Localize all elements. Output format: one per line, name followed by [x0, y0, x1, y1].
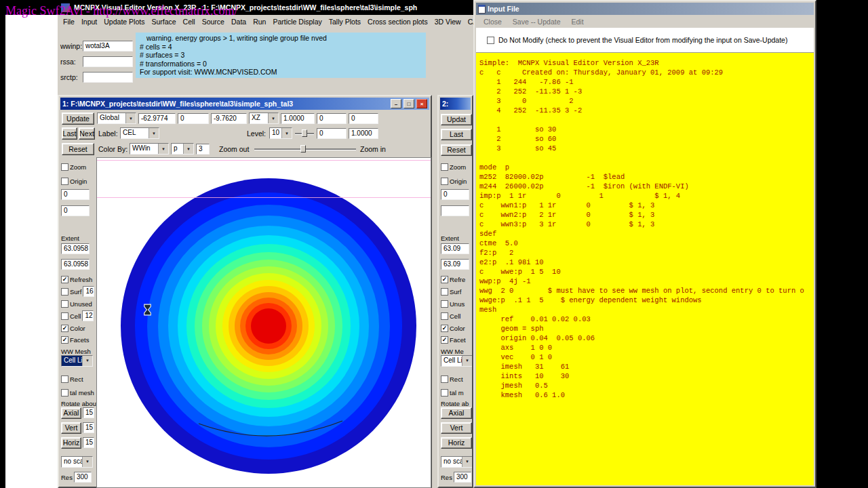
input-file-titlebar[interactable]: Input File — [476, 3, 814, 15]
pw1-surf-checkbox[interactable] — [61, 288, 68, 296]
plot-window-1-titlebar[interactable]: 1: F:\MCNPX_projects\testdir\WW_files\sp… — [60, 98, 429, 110]
plot-canvas[interactable] — [96, 157, 431, 488]
pw2-value-field[interactable]: 63.09 — [441, 243, 469, 254]
pw1-tal-mesh-checkbox[interactable] — [61, 389, 68, 396]
pw1-res-field[interactable]: 300 — [74, 472, 92, 483]
pw2-rect-checkbox[interactable] — [441, 375, 448, 383]
pw2-horiz-button[interactable]: Horiz — [441, 437, 472, 449]
pw1-cell-field[interactable]: 12 — [82, 310, 94, 321]
pw2-vert-button[interactable]: Vert — [441, 422, 472, 434]
pw2-cell-checkbox[interactable] — [441, 312, 448, 320]
pw2-reset-button[interactable]: Reset — [441, 144, 472, 156]
zoom-slider[interactable] — [254, 145, 356, 153]
do-not-modify-checkbox[interactable] — [487, 37, 494, 44]
slider-thumb[interactable] — [300, 145, 306, 152]
pw1-vert-button[interactable]: Vert — [61, 422, 81, 434]
pw1-vert-field[interactable]: 15 — [83, 422, 94, 433]
maximize-button[interactable]: □ — [403, 99, 414, 108]
pw1-unused-checkbox[interactable] — [61, 300, 68, 308]
extent-field-3[interactable]: 0 — [349, 113, 378, 124]
chevron-down-icon[interactable]: ▼ — [125, 113, 136, 123]
origin-x-field[interactable]: -62.9774 — [138, 113, 176, 124]
particle-dropdown[interactable]: p ▼ — [171, 143, 194, 155]
pw1-cell-checkbox[interactable] — [61, 312, 68, 320]
pw1-value-field[interactable]: 63.0958 — [61, 259, 90, 270]
pw1-horiz-button[interactable]: Horiz — [61, 437, 81, 449]
global-dropdown[interactable]: Global ▼ — [97, 113, 136, 124]
group-field[interactable]: 3 — [196, 144, 210, 155]
chevron-down-icon[interactable]: ▼ — [82, 457, 92, 467]
level-slider[interactable] — [295, 129, 314, 138]
chevron-down-icon[interactable]: ▼ — [158, 144, 168, 154]
chevron-down-icon[interactable]: ▼ — [281, 128, 292, 138]
pw1-axial-button[interactable]: Axial — [61, 407, 81, 419]
menu-item-particle-display[interactable]: Particle Display — [269, 16, 325, 27]
level-dropdown[interactable]: 10 ▼ — [269, 127, 292, 139]
minimize-button[interactable]: – — [391, 99, 401, 108]
chevron-down-icon[interactable]: ▼ — [82, 356, 92, 366]
close-icon[interactable]: × — [416, 99, 427, 108]
chevron-down-icon[interactable]: ▼ — [149, 128, 159, 138]
pw1-rect-checkbox[interactable] — [61, 375, 68, 383]
pw2-facet-checkbox[interactable]: ✓ — [441, 336, 448, 344]
pw2-updat-button[interactable]: Updat — [441, 114, 472, 125]
pw1-no-scale-dropdown[interactable]: no scale▼ — [61, 456, 93, 468]
origin-z-field[interactable]: -9.7620 — [211, 113, 247, 124]
update-button[interactable]: Update — [62, 113, 94, 125]
pw2-value-field[interactable]: 63.09 — [441, 259, 469, 270]
pw2-zoom-checkbox[interactable] — [441, 163, 448, 171]
pw1-cell-lin-dropdown[interactable]: Cell Lin▼ — [61, 355, 93, 367]
pw2-tal-m-checkbox[interactable] — [441, 389, 448, 396]
chevron-down-icon[interactable]: ▼ — [183, 144, 193, 154]
pw2-origin-checkbox[interactable] — [441, 178, 448, 185]
pw2-res-field[interactable]: 300 — [454, 472, 471, 483]
pw1-color-checkbox[interactable]: ✓ — [61, 325, 68, 332]
chevron-down-icon[interactable]: ▼ — [462, 457, 472, 467]
menu-item-cad-im[interactable]: CAD im — [465, 16, 473, 27]
next-button[interactable]: Next — [79, 127, 95, 140]
inputfile-menu-save-update[interactable]: Save -- Update — [507, 16, 566, 27]
pw1-value-field[interactable]: 0 — [61, 205, 90, 216]
input-file-text[interactable]: Simple: MCNPX Visual Editor Version X_23… — [476, 53, 814, 485]
colorby-dropdown[interactable]: WWin ▼ — [130, 143, 169, 155]
srctp-field[interactable] — [83, 72, 133, 83]
pw1-origin-checkbox[interactable] — [61, 178, 68, 185]
extent-field-1[interactable]: 1.0000 — [281, 113, 315, 124]
inputfile-menu-edit[interactable]: Edit — [566, 16, 589, 27]
pw1-value-field[interactable]: 63.0958 — [61, 243, 90, 254]
menu-item-tally-plots[interactable]: Tally Plots — [326, 16, 364, 27]
rssa-field[interactable] — [83, 56, 133, 67]
pw1-horiz-field[interactable]: 15 — [83, 437, 94, 448]
pw2-color-checkbox[interactable]: ✓ — [441, 325, 448, 332]
pw2-refre-checkbox[interactable]: ✓ — [441, 276, 448, 283]
inputfile-menu-close[interactable]: Close — [478, 16, 507, 27]
menu-item-run[interactable]: Run — [250, 16, 269, 27]
pw2-last-button[interactable]: Last — [441, 129, 472, 140]
reset-button[interactable]: Reset — [62, 143, 94, 155]
basis-dropdown[interactable]: XZ ▼ — [249, 113, 279, 124]
chevron-down-icon[interactable]: ▼ — [268, 113, 278, 123]
pw2-surf-checkbox[interactable] — [441, 288, 448, 296]
label-dropdown[interactable]: CEL ▼ — [120, 127, 159, 139]
level-min-field[interactable]: 0 — [317, 128, 347, 139]
pw1-surf-field[interactable]: 16 — [83, 286, 94, 297]
pw2-cell-lin-dropdown[interactable]: Cell Lin▼ — [441, 355, 473, 367]
pw1-facets-checkbox[interactable]: ✓ — [61, 336, 68, 344]
pw2-unus-checkbox[interactable] — [441, 300, 448, 308]
pw1-refresh-checkbox[interactable]: ✓ — [61, 276, 68, 283]
last-button[interactable]: Last — [62, 127, 77, 140]
slider-thumb[interactable] — [302, 129, 307, 137]
origin-y-field[interactable]: 0 — [178, 113, 209, 124]
extent-field-2[interactable]: 0 — [317, 113, 347, 124]
plot-window-2-titlebar[interactable]: 2: — [440, 98, 471, 110]
wwinp-field[interactable]: wotal3A — [83, 41, 133, 52]
pw1-axial-field[interactable]: 15 — [83, 407, 94, 418]
pw2-value-field[interactable] — [441, 205, 469, 216]
pw1-value-field[interactable]: 0 — [61, 189, 90, 200]
menu-item-cross-section-plots[interactable]: Cross section plots — [364, 16, 431, 27]
menu-item-3d-view[interactable]: 3D View — [431, 16, 465, 27]
level-max-field[interactable]: 1.0000 — [349, 128, 378, 139]
pw1-zoom-checkbox[interactable] — [61, 163, 68, 171]
pw2-axial-button[interactable]: Axial — [441, 407, 472, 419]
chevron-down-icon[interactable]: ▼ — [462, 356, 472, 366]
